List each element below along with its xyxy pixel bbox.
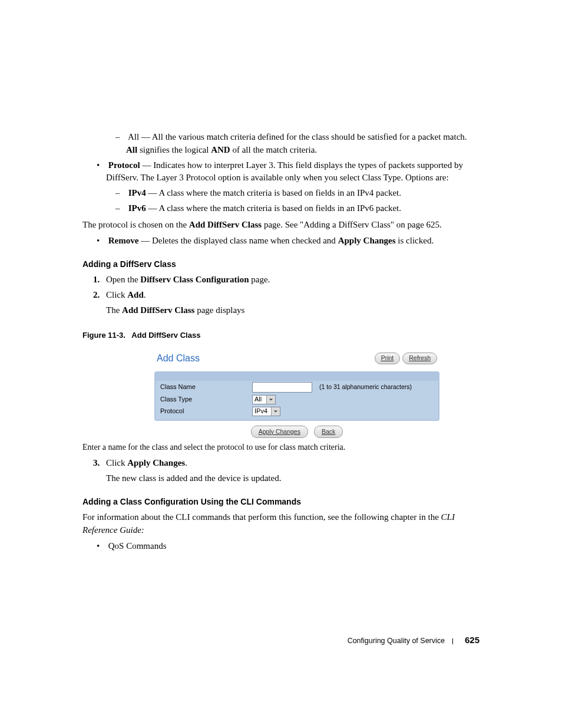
figure-title: Add Class: [157, 351, 200, 365]
text: Protocol — Indicates how to interpret La…: [106, 160, 463, 183]
text: IPv4 — A class where the match criteria …: [128, 188, 401, 197]
separator-icon: [452, 638, 453, 644]
step-number: 2.: [93, 289, 106, 302]
chevron-down-icon: [266, 396, 275, 404]
page-footer: Configuring Quality of Service 625: [348, 634, 480, 647]
step-1: 1.Open the Diffserv Class Configuration …: [82, 274, 480, 286]
page-number: 625: [465, 635, 480, 645]
text: Remove — Deletes the displayed class nam…: [108, 236, 434, 245]
label-protocol: Protocol: [160, 407, 249, 416]
apply-changes-button[interactable]: Apply Changes: [251, 426, 308, 438]
text: QoS Commands: [108, 541, 167, 551]
step-number: 1.: [93, 274, 106, 286]
document-page: All — All the various match criteria def…: [0, 0, 562, 728]
class-type-value: All: [254, 395, 262, 404]
figure-panel: Class Name (1 to 31 alphanumeric charact…: [154, 371, 439, 421]
class-name-hint: (1 to 31 alphanumeric characters): [319, 383, 412, 391]
step-2: 2.Click Add.: [82, 289, 480, 302]
label-class-type: Class Type: [160, 395, 249, 404]
print-button[interactable]: Print: [375, 353, 401, 364]
list-item-all: All — All the various match criteria def…: [82, 131, 480, 157]
paragraph: Enter a name for the class and select th…: [82, 442, 480, 453]
label-class-name: Class Name: [160, 383, 249, 392]
row-protocol: Protocol IPv4: [156, 406, 438, 420]
step-3: 3.Click Apply Changes.: [82, 457, 480, 470]
chapter-name: Configuring Quality of Service: [348, 637, 445, 645]
protocol-value: IPv4: [254, 407, 267, 416]
step-2-cont: The Add DiffServ Class page displays: [82, 304, 480, 317]
heading-adding-diffserv-class: Adding a DiffServ Class: [82, 258, 480, 270]
text: IPv6 — A class where the match criteria …: [128, 203, 401, 213]
figure-add-class-ui: Add Class Print Refresh Class Name (1 to…: [154, 348, 439, 437]
class-name-input[interactable]: [252, 382, 312, 393]
list-item-qos: QoS Commands: [82, 540, 480, 553]
step-number: 3.: [93, 457, 106, 470]
list-item-ipv6: IPv6 — A class where the match criteria …: [82, 202, 480, 215]
chevron-down-icon: [271, 407, 280, 416]
protocol-select[interactable]: IPv4: [252, 407, 280, 416]
paragraph: For information about the CLI commands t…: [82, 511, 480, 537]
list-item-remove: Remove — Deletes the displayed class nam…: [82, 235, 480, 248]
class-type-select[interactable]: All: [252, 395, 276, 404]
text: All — All the various match criteria def…: [126, 132, 467, 154]
row-class-type: Class Type All: [156, 394, 438, 406]
heading-cli: Adding a Class Configuration Using the C…: [82, 496, 480, 508]
figure-header: Add Class Print Refresh: [154, 348, 439, 371]
figure-caption: Figure 11-3. Add DiffServ Class: [82, 330, 480, 341]
step-3-cont: The new class is added and the device is…: [82, 472, 480, 485]
back-button[interactable]: Back: [314, 426, 343, 438]
row-class-name: Class Name (1 to 31 alphanumeric charact…: [156, 381, 438, 394]
list-item-ipv4: IPv4 — A class where the match criteria …: [82, 187, 480, 200]
list-item-protocol: Protocol — Indicates how to interpret La…: [82, 159, 480, 185]
paragraph: The protocol is chosen on the Add DiffSe…: [82, 219, 480, 232]
figure-footer-buttons: Apply Changes Back: [154, 421, 439, 438]
refresh-button[interactable]: Refresh: [402, 353, 437, 364]
